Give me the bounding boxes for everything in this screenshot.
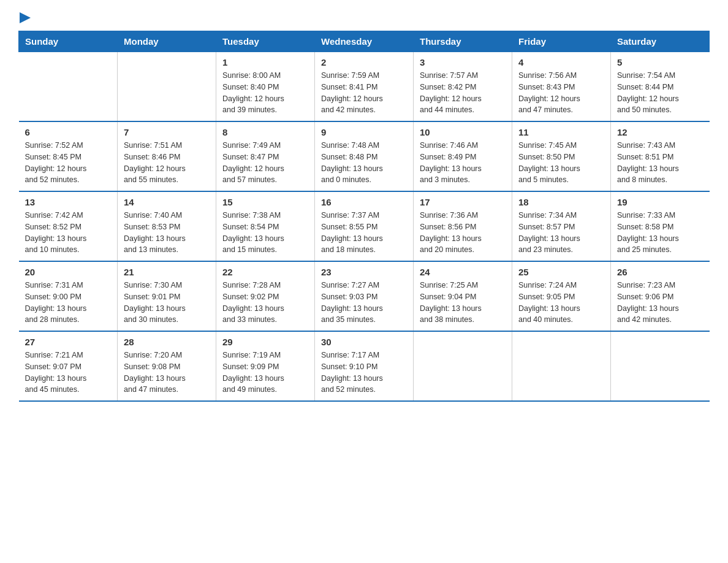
calendar-week-row: 13Sunrise: 7:42 AM Sunset: 8:52 PM Dayli… [19, 191, 710, 261]
day-number: 28 [124, 337, 210, 347]
day-number: 17 [420, 197, 506, 207]
day-info: Sunrise: 7:17 AM Sunset: 9:10 PM Dayligh… [321, 350, 407, 396]
calendar-cell: 25Sunrise: 7:24 AM Sunset: 9:05 PM Dayli… [512, 261, 611, 331]
day-info: Sunrise: 7:28 AM Sunset: 9:02 PM Dayligh… [222, 280, 308, 326]
day-info: Sunrise: 7:19 AM Sunset: 9:09 PM Dayligh… [222, 350, 308, 396]
day-info: Sunrise: 7:23 AM Sunset: 9:06 PM Dayligh… [617, 280, 703, 326]
calendar-cell: 12Sunrise: 7:43 AM Sunset: 8:51 PM Dayli… [611, 121, 710, 191]
calendar-cell: 6Sunrise: 7:52 AM Sunset: 8:45 PM Daylig… [19, 121, 118, 191]
calendar-cell: 19Sunrise: 7:33 AM Sunset: 8:58 PM Dayli… [611, 191, 710, 261]
day-number: 27 [25, 337, 112, 347]
calendar-cell [414, 331, 512, 401]
calendar-cell: 16Sunrise: 7:37 AM Sunset: 8:55 PM Dayli… [315, 191, 414, 261]
weekday-header: Thursday [414, 31, 512, 52]
day-number: 10 [420, 127, 506, 137]
svg-marker-0 [20, 12, 31, 23]
calendar-cell [611, 331, 710, 401]
day-info: Sunrise: 7:38 AM Sunset: 8:54 PM Dayligh… [222, 210, 308, 256]
calendar-cell [19, 52, 118, 122]
day-info: Sunrise: 7:30 AM Sunset: 9:01 PM Dayligh… [124, 280, 210, 326]
day-info: Sunrise: 7:52 AM Sunset: 8:45 PM Dayligh… [25, 140, 112, 186]
calendar-table: SundayMondayTuesdayWednesdayThursdayFrid… [18, 31, 710, 402]
day-number: 2 [321, 57, 407, 67]
calendar-cell: 28Sunrise: 7:20 AM Sunset: 9:08 PM Dayli… [118, 331, 216, 401]
day-info: Sunrise: 7:25 AM Sunset: 9:04 PM Dayligh… [420, 280, 506, 326]
calendar-cell: 7Sunrise: 7:51 AM Sunset: 8:46 PM Daylig… [118, 121, 216, 191]
calendar-cell: 29Sunrise: 7:19 AM Sunset: 9:09 PM Dayli… [216, 331, 315, 401]
day-number: 23 [321, 267, 407, 277]
calendar-cell: 1Sunrise: 8:00 AM Sunset: 8:40 PM Daylig… [216, 52, 315, 122]
day-number: 24 [420, 267, 506, 277]
calendar-cell: 17Sunrise: 7:36 AM Sunset: 8:56 PM Dayli… [414, 191, 512, 261]
day-info: Sunrise: 7:33 AM Sunset: 8:58 PM Dayligh… [617, 210, 703, 256]
calendar-cell: 13Sunrise: 7:42 AM Sunset: 8:52 PM Dayli… [19, 191, 118, 261]
day-info: Sunrise: 7:21 AM Sunset: 9:07 PM Dayligh… [25, 350, 112, 396]
day-info: Sunrise: 7:51 AM Sunset: 8:46 PM Dayligh… [124, 140, 210, 186]
day-info: Sunrise: 7:42 AM Sunset: 8:52 PM Dayligh… [25, 210, 112, 256]
day-info: Sunrise: 7:49 AM Sunset: 8:47 PM Dayligh… [222, 140, 308, 186]
calendar-week-row: 27Sunrise: 7:21 AM Sunset: 9:07 PM Dayli… [19, 331, 710, 401]
calendar-week-row: 1Sunrise: 8:00 AM Sunset: 8:40 PM Daylig… [19, 52, 710, 122]
logo-line1 [18, 12, 31, 25]
day-number: 5 [617, 57, 703, 67]
day-number: 4 [518, 57, 604, 67]
day-number: 7 [124, 127, 210, 137]
day-info: Sunrise: 7:24 AM Sunset: 9:05 PM Dayligh… [518, 280, 604, 326]
calendar-cell: 26Sunrise: 7:23 AM Sunset: 9:06 PM Dayli… [611, 261, 710, 331]
calendar-cell: 3Sunrise: 7:57 AM Sunset: 8:42 PM Daylig… [414, 52, 512, 122]
day-number: 3 [420, 57, 506, 67]
day-info: Sunrise: 7:37 AM Sunset: 8:55 PM Dayligh… [321, 210, 407, 256]
calendar-cell [512, 331, 611, 401]
day-number: 12 [617, 127, 703, 137]
weekday-header: Wednesday [315, 31, 414, 52]
day-number: 11 [518, 127, 604, 137]
calendar-cell: 20Sunrise: 7:31 AM Sunset: 9:00 PM Dayli… [19, 261, 118, 331]
page-wrapper: SundayMondayTuesdayWednesdayThursdayFrid… [18, 12, 710, 402]
day-info: Sunrise: 7:45 AM Sunset: 8:50 PM Dayligh… [518, 140, 604, 186]
calendar-cell: 18Sunrise: 7:34 AM Sunset: 8:57 PM Dayli… [512, 191, 611, 261]
calendar-cell: 9Sunrise: 7:48 AM Sunset: 8:48 PM Daylig… [315, 121, 414, 191]
day-info: Sunrise: 7:59 AM Sunset: 8:41 PM Dayligh… [321, 70, 407, 116]
day-info: Sunrise: 7:20 AM Sunset: 9:08 PM Dayligh… [124, 350, 210, 396]
calendar-cell: 24Sunrise: 7:25 AM Sunset: 9:04 PM Dayli… [414, 261, 512, 331]
day-info: Sunrise: 7:46 AM Sunset: 8:49 PM Dayligh… [420, 140, 506, 186]
day-number: 13 [25, 197, 112, 207]
calendar-cell: 15Sunrise: 7:38 AM Sunset: 8:54 PM Dayli… [216, 191, 315, 261]
logo-arrow-icon [20, 12, 31, 23]
calendar-cell: 5Sunrise: 7:54 AM Sunset: 8:44 PM Daylig… [611, 52, 710, 122]
weekday-header: Sunday [19, 31, 118, 52]
day-number: 29 [222, 337, 308, 347]
calendar-cell: 4Sunrise: 7:56 AM Sunset: 8:43 PM Daylig… [512, 52, 611, 122]
day-info: Sunrise: 8:00 AM Sunset: 8:40 PM Dayligh… [222, 70, 308, 116]
day-number: 18 [518, 197, 604, 207]
header [18, 12, 710, 25]
calendar-cell: 11Sunrise: 7:45 AM Sunset: 8:50 PM Dayli… [512, 121, 611, 191]
day-number: 30 [321, 337, 407, 347]
calendar-cell: 2Sunrise: 7:59 AM Sunset: 8:41 PM Daylig… [315, 52, 414, 122]
day-number: 20 [25, 267, 112, 277]
calendar-week-row: 20Sunrise: 7:31 AM Sunset: 9:00 PM Dayli… [19, 261, 710, 331]
day-number: 25 [518, 267, 604, 277]
day-info: Sunrise: 7:48 AM Sunset: 8:48 PM Dayligh… [321, 140, 407, 186]
calendar-cell: 27Sunrise: 7:21 AM Sunset: 9:07 PM Dayli… [19, 331, 118, 401]
weekday-header: Monday [118, 31, 216, 52]
day-number: 8 [222, 127, 308, 137]
calendar-cell: 30Sunrise: 7:17 AM Sunset: 9:10 PM Dayli… [315, 331, 414, 401]
weekday-header: Friday [512, 31, 611, 52]
day-number: 21 [124, 267, 210, 277]
day-info: Sunrise: 7:57 AM Sunset: 8:42 PM Dayligh… [420, 70, 506, 116]
calendar-cell: 8Sunrise: 7:49 AM Sunset: 8:47 PM Daylig… [216, 121, 315, 191]
day-number: 19 [617, 197, 703, 207]
day-number: 6 [25, 127, 112, 137]
calendar-cell: 14Sunrise: 7:40 AM Sunset: 8:53 PM Dayli… [118, 191, 216, 261]
day-info: Sunrise: 7:36 AM Sunset: 8:56 PM Dayligh… [420, 210, 506, 256]
calendar-cell: 10Sunrise: 7:46 AM Sunset: 8:49 PM Dayli… [414, 121, 512, 191]
day-info: Sunrise: 7:43 AM Sunset: 8:51 PM Dayligh… [617, 140, 703, 186]
calendar-cell: 23Sunrise: 7:27 AM Sunset: 9:03 PM Dayli… [315, 261, 414, 331]
day-info: Sunrise: 7:31 AM Sunset: 9:00 PM Dayligh… [25, 280, 112, 326]
day-number: 15 [222, 197, 308, 207]
calendar-cell: 21Sunrise: 7:30 AM Sunset: 9:01 PM Dayli… [118, 261, 216, 331]
day-info: Sunrise: 7:34 AM Sunset: 8:57 PM Dayligh… [518, 210, 604, 256]
day-number: 14 [124, 197, 210, 207]
day-number: 1 [222, 57, 308, 67]
